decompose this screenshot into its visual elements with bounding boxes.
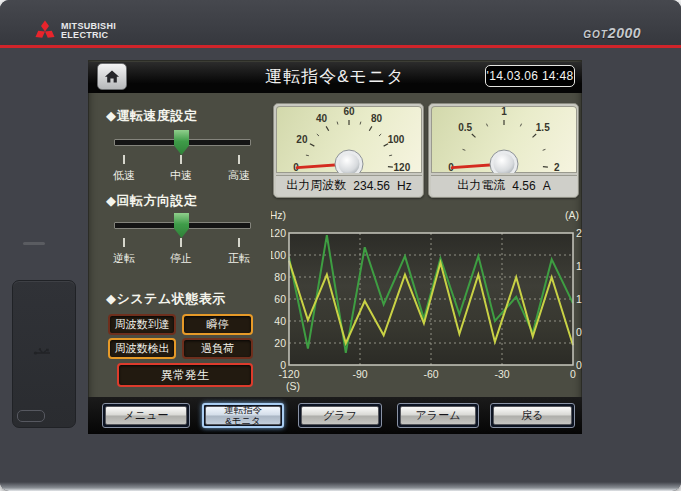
status-lamp-error-occurred: 異常発生 (117, 363, 253, 387)
speed-slider-handle[interactable] (174, 130, 189, 155)
footer-button-menu-label: メニュー (124, 409, 169, 421)
svg-text:(S): (S) (286, 380, 300, 392)
frequency-gauge-unit: Hz (397, 179, 412, 193)
svg-text:(Hz): (Hz) (271, 209, 286, 221)
trend-chart: (Hz)(A)02040608010012000.511.52-120-90-6… (271, 206, 582, 394)
speed-label-low: 低速 (102, 168, 146, 183)
bezel-bottom-edge (0, 482, 681, 491)
status-lamp-frequency-detected: 周波数検出 (108, 338, 176, 359)
footer-button-alarm[interactable]: アラーム (397, 403, 479, 428)
svg-text:20: 20 (296, 134, 308, 145)
svg-text:20: 20 (274, 337, 286, 349)
footer-button-operation-monitor[interactable]: 運転指令 &モニタ (202, 403, 284, 428)
brand-text: MITSUBISHI ELECTRIC (61, 22, 116, 41)
svg-text:100: 100 (388, 134, 405, 145)
current-gauge-readout: 出力電流 4.56 A (431, 175, 577, 196)
svg-text:1.5: 1.5 (576, 260, 582, 272)
svg-text:1: 1 (501, 106, 507, 117)
svg-text:60: 60 (274, 293, 286, 305)
svg-text:-60: -60 (423, 368, 438, 380)
svg-text:60: 60 (343, 106, 355, 117)
footer-button-back[interactable]: 戻る (490, 403, 575, 428)
current-gauge-value: 4.56 (512, 179, 535, 193)
footer-button-menu[interactable]: メニュー (102, 403, 190, 428)
speed-label-high: 高速 (217, 168, 261, 183)
speed-tick-low (123, 155, 125, 164)
bezel-top-band: MITSUBISHI ELECTRIC GOT2000 (0, 0, 681, 45)
svg-text:-120: -120 (278, 368, 299, 380)
model-prefix: GOT (583, 29, 608, 40)
bezel-red-stripe (0, 45, 681, 48)
status-lamp-momentary-stop: 瞬停 (182, 314, 253, 335)
bezel-label-plate (17, 410, 45, 422)
direction-label-forward: 正転 (217, 251, 261, 266)
footer-button-alarm-label: アラーム (416, 409, 461, 421)
direction-tick-stop (180, 238, 182, 247)
mitsubishi-diamond-icon (34, 19, 56, 43)
home-icon (103, 68, 121, 85)
svg-text:0.5: 0.5 (458, 122, 472, 133)
direction-slider-handle[interactable] (174, 213, 189, 238)
svg-text:0: 0 (570, 368, 576, 380)
direction-section-title: ◆回転方向設定 (106, 192, 198, 210)
direction-tick-reverse (123, 238, 125, 247)
gauge-panel-frequency: 020406080100120 出力周波数 234.56 Hz (273, 103, 424, 198)
model-logo: GOT2000 (583, 24, 641, 42)
direction-tick-forward (238, 238, 240, 247)
svg-text:1.5: 1.5 (536, 122, 550, 133)
trend-chart-svg: (Hz)(A)02040608010012000.511.52-120-90-6… (271, 206, 582, 394)
svg-text:40: 40 (316, 113, 328, 124)
status-section-title: ◆システム状態表示 (106, 290, 226, 308)
svg-text:2: 2 (576, 227, 582, 239)
current-gauge-unit: A (543, 179, 551, 193)
direction-label-reverse: 逆転 (102, 251, 146, 266)
footer-button-operation-monitor-line2: &モニタ (225, 416, 261, 426)
svg-text:(A): (A) (565, 209, 579, 221)
svg-text:0: 0 (576, 359, 582, 371)
model-number: 2000 (608, 25, 641, 41)
clock-display: '14.03.06 14:48 (485, 65, 575, 87)
usb-icon (33, 347, 53, 359)
footer-button-back-label: 戻る (521, 409, 543, 421)
speed-tick-mid (180, 155, 182, 164)
speed-tick-high (238, 155, 240, 164)
footer-button-operation-monitor-line1: 運転指令 (224, 405, 262, 415)
svg-text:-90: -90 (352, 368, 367, 380)
speed-label-mid: 中速 (159, 168, 203, 183)
footer-button-graph[interactable]: グラフ (298, 403, 382, 428)
svg-text:0.5: 0.5 (576, 326, 582, 338)
svg-text:80: 80 (274, 271, 286, 283)
svg-text:2: 2 (554, 162, 560, 173)
current-gauge-label: 出力電流 (457, 177, 505, 194)
svg-text:-30: -30 (494, 368, 509, 380)
frequency-gauge-readout: 出力周波数 234.56 Hz (276, 175, 422, 196)
svg-text:120: 120 (394, 162, 411, 173)
footer-bar: メニュー 運転指令 &モニタ グラフ アラーム 戻る (88, 397, 582, 434)
direction-label-stop: 停止 (159, 251, 203, 266)
status-lamp-frequency-reached: 周波数到達 (108, 314, 176, 335)
svg-text:120: 120 (271, 227, 286, 239)
status-lamp-overload: 過負荷 (182, 338, 253, 359)
svg-text:80: 80 (371, 113, 383, 124)
footer-button-graph-label: グラフ (323, 409, 357, 421)
current-gauge-dial: 00.511.52 (431, 106, 577, 173)
home-button[interactable] (97, 63, 127, 90)
frequency-gauge-dial: 020406080100120 (276, 106, 422, 173)
usb-port-cover[interactable] (12, 280, 76, 428)
svg-text:40: 40 (274, 315, 286, 327)
frequency-gauge-label: 出力周波数 (286, 177, 346, 194)
bezel-slit (23, 242, 45, 245)
frequency-gauge-value: 234.56 (353, 179, 390, 193)
svg-text:1: 1 (576, 293, 582, 305)
got2000-hmi-device: MITSUBISHI ELECTRIC GOT2000 運転指令&モニタ '14… (0, 0, 681, 491)
speed-section-title: ◆運転速度設定 (106, 107, 198, 125)
svg-text:100: 100 (271, 249, 286, 261)
touch-screen: 運転指令&モニタ '14.03.06 14:48 ◆運転速度設定 低速 中速 高… (88, 60, 582, 434)
brand-logo: MITSUBISHI ELECTRIC (34, 19, 116, 43)
brand-line2: ELECTRIC (61, 31, 116, 40)
gauge-panel-current: 00.511.52 出力電流 4.56 A (428, 103, 579, 198)
